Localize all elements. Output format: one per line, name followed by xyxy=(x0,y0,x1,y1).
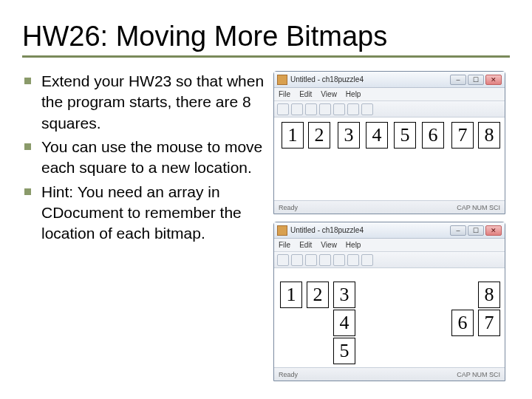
bullet-item: You can use the mouse to move each squar… xyxy=(22,137,266,179)
menu-view[interactable]: View xyxy=(321,90,337,98)
toolbar-button[interactable] xyxy=(361,254,373,266)
bitmap-tile[interactable]: 2 xyxy=(307,282,329,308)
bitmap-tile[interactable]: 7 xyxy=(478,310,500,336)
minimize-button[interactable]: – xyxy=(450,225,466,236)
menu-edit[interactable]: Edit xyxy=(299,90,312,98)
toolbar xyxy=(274,101,505,117)
toolbar-button[interactable] xyxy=(291,254,303,266)
bitmap-tile[interactable]: 1 xyxy=(280,282,302,308)
bitmap-tile[interactable]: 6 xyxy=(451,310,474,336)
bullet-list: Extend your HW23 so that when the progra… xyxy=(22,71,266,381)
maximize-button[interactable]: ☐ xyxy=(468,75,484,85)
client-area[interactable]: 12345867 xyxy=(274,268,505,367)
app-window-moved: Untitled - ch18puzzle4 – ☐ ✕ File Edit V… xyxy=(273,222,505,381)
bullet-item: Extend your HW23 so that when the progra… xyxy=(22,71,266,134)
client-area[interactable]: 12345678 xyxy=(274,117,505,200)
figure-column: Untitled - ch18puzzle4 – ☐ ✕ File Edit V… xyxy=(273,71,510,381)
menu-help[interactable]: Help xyxy=(346,241,361,249)
window-titlebar: Untitled - ch18puzzle4 – ☐ ✕ xyxy=(274,72,505,88)
menu-bar: File Edit View Help xyxy=(274,239,505,252)
bitmap-tile[interactable]: 3 xyxy=(338,122,360,149)
bitmap-tile[interactable]: 5 xyxy=(333,338,355,364)
bitmap-tile[interactable]: 8 xyxy=(478,122,500,149)
bitmap-tile[interactable]: 7 xyxy=(451,122,474,149)
close-button[interactable]: ✕ xyxy=(485,225,502,236)
status-bar: Ready CAP NUM SCI xyxy=(274,367,505,381)
window-titlebar: Untitled - ch18puzzle4 – ☐ ✕ xyxy=(274,222,505,239)
status-right: CAP NUM SCI xyxy=(457,371,500,378)
toolbar-button[interactable] xyxy=(305,103,317,115)
toolbar-button[interactable] xyxy=(333,103,345,115)
toolbar-button[interactable] xyxy=(361,103,373,115)
toolbar-button[interactable] xyxy=(333,254,345,266)
status-bar: Ready CAP NUM SCI xyxy=(274,200,505,214)
bullet-item: Hint: You need an array in CDocument to … xyxy=(22,182,266,245)
app-window-initial: Untitled - ch18puzzle4 – ☐ ✕ File Edit V… xyxy=(273,71,505,214)
menu-bar: File Edit View Help xyxy=(274,88,505,101)
bitmap-tile[interactable]: 1 xyxy=(282,122,304,149)
maximize-button[interactable]: ☐ xyxy=(468,225,484,236)
slide-title: HW26: Moving More Bitmaps xyxy=(22,21,510,58)
toolbar-button[interactable] xyxy=(277,254,289,266)
app-icon xyxy=(277,225,287,236)
toolbar-button[interactable] xyxy=(319,103,331,115)
menu-view[interactable]: View xyxy=(321,241,337,249)
menu-file[interactable]: File xyxy=(279,90,290,98)
bitmap-tile[interactable]: 8 xyxy=(478,282,500,308)
bitmap-tile[interactable]: 4 xyxy=(333,310,355,336)
minimize-button[interactable]: – xyxy=(450,75,466,85)
bitmap-tile[interactable]: 4 xyxy=(366,122,388,149)
toolbar-button[interactable] xyxy=(305,254,317,266)
window-title-text: Untitled - ch18puzzle4 xyxy=(290,75,364,83)
status-left: Ready xyxy=(279,204,298,211)
toolbar-button[interactable] xyxy=(277,103,289,115)
toolbar xyxy=(274,252,505,268)
status-left: Ready xyxy=(279,371,298,378)
close-button[interactable]: ✕ xyxy=(485,75,502,85)
menu-edit[interactable]: Edit xyxy=(299,241,312,249)
bitmap-tile[interactable]: 2 xyxy=(308,122,330,149)
bitmap-tile[interactable]: 6 xyxy=(422,122,444,149)
status-right: CAP NUM SCI xyxy=(457,204,500,211)
bitmap-tile[interactable]: 5 xyxy=(394,122,416,149)
menu-file[interactable]: File xyxy=(279,241,290,249)
app-icon xyxy=(277,75,287,85)
window-title-text: Untitled - ch18puzzle4 xyxy=(290,226,364,234)
bitmap-tile[interactable]: 3 xyxy=(333,282,355,308)
toolbar-button[interactable] xyxy=(291,103,303,115)
toolbar-button[interactable] xyxy=(347,103,359,115)
menu-help[interactable]: Help xyxy=(346,90,361,98)
toolbar-button[interactable] xyxy=(347,254,359,266)
toolbar-button[interactable] xyxy=(319,254,331,266)
